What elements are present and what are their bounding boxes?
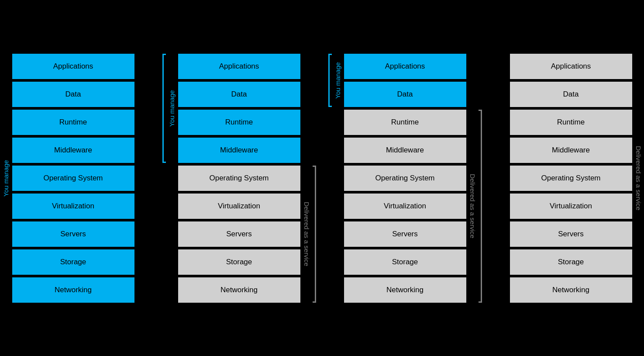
cell-paas-3: Middleware	[344, 138, 466, 163]
cell-saas-0: Applications	[510, 54, 632, 79]
stack-paas: ApplicationsDataRuntimeMiddlewareOperati…	[344, 54, 466, 303]
cell-iaas-8: Networking	[178, 277, 300, 303]
cell-saas-2: Runtime	[510, 110, 632, 135]
cell-on-premises-8: Networking	[12, 277, 134, 303]
right-bracket-label-paas: Delivered as a service	[469, 110, 476, 303]
cell-iaas-6: Servers	[178, 221, 300, 247]
stack-on-premises: ApplicationsDataRuntimeMiddlewareOperati…	[12, 54, 134, 303]
left-bracket-on-premises: You manage	[0, 54, 10, 303]
right-bracket-paas: Delivered as a service	[469, 54, 482, 303]
cell-paas-7: Storage	[344, 249, 466, 275]
cell-on-premises-6: Servers	[12, 221, 134, 247]
stack-saas: ApplicationsDataRuntimeMiddlewareOperati…	[510, 54, 632, 303]
column-iaas: You manageApplicationsDataRuntimeMiddlew…	[162, 54, 316, 303]
cell-on-premises-7: Storage	[12, 249, 134, 275]
cell-saas-4: Operating System	[510, 166, 632, 191]
cell-iaas-1: Data	[178, 82, 300, 107]
cell-paas-6: Servers	[344, 221, 466, 247]
right-bracket-label-saas: Delivered as a service	[635, 54, 642, 303]
diagram-container: You manageApplicationsDataRuntimeMiddlew…	[0, 36, 644, 320]
cell-paas-0: Applications	[344, 54, 466, 79]
cell-iaas-7: Storage	[178, 249, 300, 275]
column-saas: ApplicationsDataRuntimeMiddlewareOperati…	[494, 54, 644, 303]
cell-saas-3: Middleware	[510, 138, 632, 163]
right-bracket-label-iaas: Delivered as a service	[303, 166, 310, 303]
left-bracket-paas: You manage	[328, 54, 341, 303]
cell-paas-1: Data	[344, 82, 466, 107]
right-bracket-iaas: Delivered as a service	[303, 54, 316, 303]
cell-on-premises-0: Applications	[12, 54, 134, 79]
cell-paas-4: Operating System	[344, 166, 466, 191]
cell-on-premises-2: Runtime	[12, 110, 134, 135]
cell-iaas-0: Applications	[178, 54, 300, 79]
left-bracket-label-on-premises: You manage	[2, 54, 10, 303]
cell-paas-8: Networking	[344, 277, 466, 303]
cell-saas-7: Storage	[510, 249, 632, 275]
cell-saas-8: Networking	[510, 277, 632, 303]
cell-iaas-2: Runtime	[178, 110, 300, 135]
right-bracket-saas: Delivered as a service	[635, 54, 644, 303]
left-bracket-iaas: You manage	[162, 54, 176, 303]
cell-saas-1: Data	[510, 82, 632, 107]
column-on-premises: You manageApplicationsDataRuntimeMiddlew…	[0, 54, 150, 303]
cell-paas-2: Runtime	[344, 110, 466, 135]
cell-iaas-3: Middleware	[178, 138, 300, 163]
left-bracket-label-paas: You manage	[334, 54, 341, 107]
cell-paas-5: Virtualization	[344, 194, 466, 219]
cell-on-premises-4: Operating System	[12, 166, 134, 191]
cell-iaas-5: Virtualization	[178, 194, 300, 219]
cell-on-premises-5: Virtualization	[12, 194, 134, 219]
stack-iaas: ApplicationsDataRuntimeMiddlewareOperati…	[178, 54, 300, 303]
left-bracket-label-iaas: You manage	[168, 54, 176, 163]
cell-on-premises-1: Data	[12, 82, 134, 107]
column-paas: You manageApplicationsDataRuntimeMiddlew…	[328, 54, 482, 303]
cell-saas-5: Virtualization	[510, 194, 632, 219]
cell-iaas-4: Operating System	[178, 166, 300, 191]
cell-saas-6: Servers	[510, 221, 632, 247]
cell-on-premises-3: Middleware	[12, 138, 134, 163]
